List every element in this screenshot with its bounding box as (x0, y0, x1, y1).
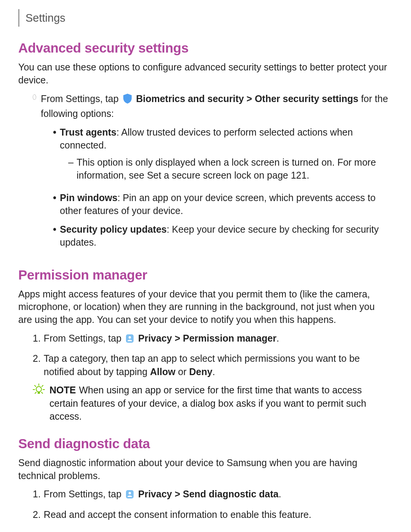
bullet-bold: Security policy updates (60, 224, 167, 235)
step-number: 1. (33, 487, 41, 503)
step-item: 1. From Settings, tap Privacy > Send dia… (33, 487, 388, 503)
step-number: 2. (33, 508, 41, 521)
heading-permission-manager: Permission manager (18, 267, 388, 283)
intro-diagnostic: Send diagnostic information about your d… (18, 457, 388, 482)
heading-diagnostic: Send diagnostic data (18, 436, 388, 451)
svg-rect-10 (38, 392, 40, 394)
step-before: From Settings, tap (44, 489, 124, 499)
header-title: Settings (25, 12, 65, 24)
svg-point-12 (129, 492, 131, 494)
svg-line-3 (35, 385, 36, 387)
step-number: 1. (33, 332, 41, 347)
step-bold: Biometrics and security > Other security… (136, 93, 358, 104)
note-block: NOTEWhen using an app or service for the… (33, 383, 388, 423)
privacy-icon (125, 334, 134, 347)
bullet-item: • Security policy updates: Keep your dev… (53, 223, 388, 249)
svg-line-8 (41, 392, 43, 393)
circle-bullet-icon (33, 94, 36, 100)
intro-permission-manager: Apps might access features of your devic… (18, 288, 388, 326)
dash-list: – This option is only displayed when a l… (68, 156, 388, 182)
bullet-bold: Trust agents (60, 127, 116, 137)
step-mid: or (175, 366, 189, 377)
bullet-bold: Pin windows (60, 192, 117, 203)
step-bold: Privacy > Permission manager (138, 333, 276, 343)
page-header: Settings (18, 9, 388, 27)
step-list-diagnostic: 1. From Settings, tap Privacy > Send dia… (33, 487, 388, 521)
step-after: . (276, 333, 279, 343)
dash-icon: – (68, 156, 76, 182)
dash-after: on page 121. (251, 170, 309, 181)
svg-line-7 (35, 392, 36, 393)
step-after: . (212, 366, 215, 377)
svg-point-1 (129, 336, 131, 339)
privacy-icon (125, 489, 134, 503)
step-text: From Settings, tap (41, 93, 121, 104)
intro-advanced-security: You can use these options to configure a… (18, 61, 388, 87)
step-before: From Settings, tap (44, 333, 124, 343)
step-text: Read and accept the consent information … (44, 509, 311, 520)
step-bold: Allow (150, 366, 175, 377)
step-list-permission: 1. From Settings, tap Privacy > Permissi… (33, 332, 388, 379)
step-item: From Settings, tap Biometrics and securi… (33, 92, 388, 254)
bullet-item: • Pin windows: Pin an app on your device… (53, 191, 388, 217)
dash-item: – This option is only displayed when a l… (68, 156, 388, 182)
step-item: 2. Read and accept the consent informati… (33, 508, 388, 521)
bullet-dot-icon: • (53, 223, 60, 249)
lightbulb-icon (33, 387, 45, 398)
note-text: When using an app or service for the fir… (49, 385, 366, 422)
svg-line-4 (42, 385, 43, 387)
bullet-dot-icon: • (53, 126, 60, 186)
note-label: NOTE (49, 385, 76, 395)
svg-point-9 (36, 387, 41, 392)
step-after: . (279, 489, 281, 499)
step-number: 2. (33, 352, 41, 378)
bullet-list: • Trust agents: Allow trusted devices to… (53, 126, 388, 249)
bullet-item: • Trust agents: Allow trusted devices to… (53, 126, 388, 186)
step-item: 1. From Settings, tap Privacy > Permissi… (33, 332, 388, 347)
step-list-advanced: From Settings, tap Biometrics and securi… (33, 92, 388, 254)
heading-advanced-security: Advanced security settings (18, 40, 388, 56)
header-rule (18, 9, 19, 27)
step-bold: Privacy > Send diagnostic data (138, 489, 279, 499)
step-item: 2. Tap a category, then tap an app to se… (33, 352, 388, 378)
step-bold: Deny (189, 366, 212, 377)
dash-link[interactable]: Set a secure screen lock (147, 170, 251, 181)
shield-icon (123, 93, 132, 107)
bullet-dot-icon: • (53, 191, 60, 217)
